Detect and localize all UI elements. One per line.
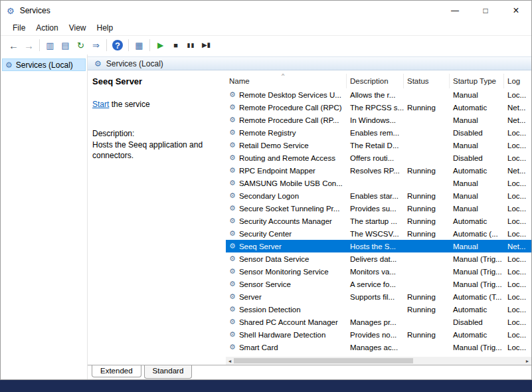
services-icon: ⚙ [94,60,102,68]
cell-name-wrap: ⚙Retail Demo Service [226,139,347,151]
cell-name: Remote Procedure Call (RP... [239,116,339,124]
table-row[interactable]: ⚙Security Center The WSCSV... Running Au… [226,227,531,240]
cell-name-wrap: ⚙Remote Registry [226,126,347,139]
table-row[interactable]: ⚙Session Detection Running Automatic Loc… [226,303,531,316]
services-rows: ⚙Remote Desktop Services U... Allows the… [226,88,531,353]
cell-name: Sensor Monitoring Service [239,268,329,276]
pane-content: Seeq Server Start the service Descriptio… [88,71,531,365]
table-row[interactable]: ⚙Secure Socket Tunneling Pr... Provides … [226,202,531,215]
properties-icon[interactable]: ▤ [58,38,73,52]
table-row[interactable]: ⚙Sensor Data Service Delivers dat... Man… [226,252,531,265]
close-button[interactable]: × [501,1,531,21]
scroll-left-icon[interactable]: ◄ [226,357,234,365]
service-icon: ⚙ [229,293,236,300]
view-tabs: Extended Standard [88,365,531,379]
cell-name: Session Detection [239,306,301,314]
cell-startup-type: Manual (Trig... [450,278,504,290]
cell-status [404,126,450,139]
table-row[interactable]: ⚙Remote Procedure Call (RPC) The RPCSS s… [226,101,531,114]
table-row[interactable]: ⚙Seeq Server Hosts the S... Manual Net..… [226,240,531,252]
cell-log-on-as: Loc... [504,316,531,328]
refresh-icon[interactable]: ↻ [73,38,88,52]
cell-log-on-as: Net... [504,240,531,252]
show-console-tree-icon[interactable]: ▥ [43,38,58,52]
show-action-pane-icon[interactable]: ▦ [132,38,147,52]
cell-name: Smart Card [239,343,278,351]
cell-log-on-as: Loc... [504,341,531,353]
tab-standard[interactable]: Standard [144,365,193,379]
cell-description: Supports fil... [347,290,404,303]
menu-action[interactable]: Action [31,22,63,34]
horizontal-scrollbar[interactable]: ◄ ► [226,357,531,365]
table-row[interactable]: ⚙Security Accounts Manager The startup .… [226,215,531,227]
cell-log-on-as: Loc... [504,126,531,139]
service-icon: ⚙ [229,331,236,338]
table-row[interactable]: ⚙Sensor Monitoring Service Monitors va..… [226,265,531,278]
column-header-description[interactable]: Description [347,74,404,88]
service-icon: ⚙ [229,154,236,161]
cell-log-on-as: Loc... [504,202,531,215]
forward-icon[interactable]: → [21,38,37,52]
menu-file[interactable]: File [7,22,31,34]
toolbar-separator [149,39,150,51]
console-tree-pane: ⚙ Services (Local) [1,54,88,379]
tree-item-services-local[interactable]: ⚙ Services (Local) [2,58,86,71]
table-row[interactable]: ⚙Retail Demo Service The Retail D... Man… [226,139,531,151]
cell-startup-type: Automatic (T... [450,290,504,303]
cell-startup-type: Automatic [450,101,504,114]
table-row[interactable]: ⚙Remote Procedure Call (RP... In Windows… [226,114,531,126]
table-row[interactable]: ⚙Sensor Service A service fo... Manual (… [226,278,531,290]
service-icon: ⚙ [229,230,236,237]
cell-log-on-as: Loc... [504,265,531,278]
menu-help[interactable]: Help [92,22,119,34]
table-row[interactable]: ⚙Smart Card Manages ac... Manual (Trig..… [226,341,531,353]
column-header-startup-type[interactable]: Startup Type [450,74,504,88]
help-icon[interactable]: ? [112,40,123,50]
table-row[interactable]: ⚙Remote Registry Enables rem... Disabled… [226,126,531,139]
table-row[interactable]: ⚙Secondary Logon Enables star... Running… [226,189,531,202]
window-controls: — □ × [440,1,531,21]
cell-log-on-as: Loc... [504,88,531,101]
menu-view[interactable]: View [64,22,92,34]
cell-log-on-as: Net... [504,164,531,177]
table-row[interactable]: ⚙Shared PC Account Manager Manages pr...… [226,316,531,328]
titlebar[interactable]: ⚙ Services — □ × [1,1,531,21]
cell-name: Secure Socket Tunneling Pr... [239,205,340,213]
cell-status [404,240,450,252]
back-icon[interactable]: ← [6,38,21,52]
cell-startup-type: Automatic [450,215,504,227]
table-row[interactable]: ⚙RPC Endpoint Mapper Resolves RP... Runn… [226,164,531,177]
pause-service-icon[interactable]: ▮▮ [183,38,199,52]
cell-startup-type: Manual (Trig... [450,265,504,278]
cell-startup-type: Automatic [450,303,504,316]
restart-service-icon[interactable]: ▶▮ [199,38,214,52]
start-service-icon[interactable]: ▶ [153,38,168,52]
service-icon: ⚙ [229,318,236,326]
table-row[interactable]: ⚙SAMSUNG Mobile USB Con... Manual Loc... [226,177,531,189]
cell-startup-type: Manual [450,88,504,101]
table-row[interactable]: ⚙Server Supports fil... Running Automati… [226,290,531,303]
scroll-right-icon[interactable]: ► [523,357,531,365]
cell-startup-type: Manual [450,139,504,151]
service-icon: ⚙ [229,343,236,351]
stop-service-icon[interactable]: ■ [168,38,183,52]
table-row[interactable]: ⚙Shell Hardware Detection Provides no...… [226,328,531,341]
cell-startup-type: Automatic [450,328,504,341]
cell-log-on-as: Loc... [504,328,531,341]
tab-extended[interactable]: Extended [92,365,141,377]
column-header-status[interactable]: Status [404,74,450,88]
export-list-icon[interactable]: ⇒ [88,38,104,52]
details-pane: ⚙ Services (Local) Seeq Server Start the… [88,54,531,379]
column-header-name[interactable]: Name ^ [226,74,347,88]
cell-description: Monitors va... [347,265,404,278]
column-header-log-on-as[interactable]: Log [504,74,531,88]
cell-description: The WSCSV... [347,227,404,240]
table-row[interactable]: ⚙Remote Desktop Services U... Allows the… [226,88,531,101]
horizontal-scrollbar-thumb[interactable] [234,358,413,363]
service-icon: ⚙ [229,179,236,187]
start-service-link[interactable]: Start [92,100,109,109]
table-row[interactable]: ⚙Routing and Remote Access Offers routi.… [226,151,531,164]
cell-name-wrap: ⚙Session Detection [226,303,347,316]
minimize-button[interactable]: — [440,1,470,21]
maximize-button[interactable]: □ [470,1,501,21]
